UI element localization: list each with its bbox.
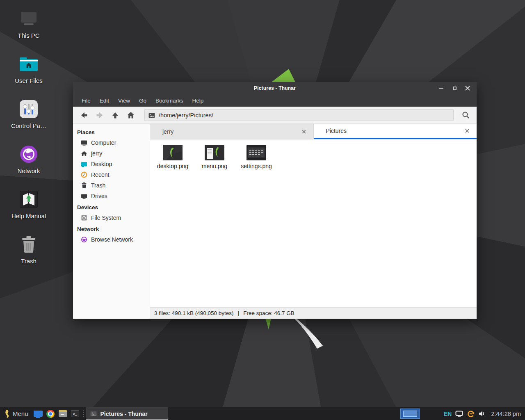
trash-icon — [81, 182, 87, 189]
sidebar-item-desktop[interactable]: Desktop — [73, 159, 150, 169]
file-manager-launcher[interactable] — [57, 407, 69, 420]
keyboard-layout-indicator[interactable]: EN — [444, 411, 452, 417]
up-button[interactable] — [107, 108, 123, 122]
sidebar-heading-network: Network — [73, 223, 150, 234]
show-desktop-icon — [34, 411, 43, 417]
file-name: menu.png — [202, 163, 227, 169]
tab-close-button[interactable] — [299, 127, 308, 136]
back-button[interactable] — [76, 108, 92, 122]
workspace-pager[interactable] — [400, 409, 420, 419]
taskbar-clock[interactable]: 2:44:28 pm — [491, 411, 521, 417]
search-icon — [461, 111, 470, 119]
sidebar-item-browse-network[interactable]: Browse Network — [73, 234, 150, 245]
menu-edit[interactable]: Edit — [95, 96, 114, 106]
window-title: Pictures - Thunar — [73, 85, 477, 91]
close-button[interactable] — [461, 82, 474, 94]
file-name: settings.png — [241, 163, 272, 169]
desktop-icon-network[interactable]: Network — [3, 144, 54, 185]
menu-file[interactable]: File — [77, 96, 95, 106]
active-workspace — [403, 411, 417, 417]
task-button-thunar[interactable]: Pictures - Thunar — [86, 407, 168, 420]
desktop-screen: This PC User Files — [0, 0, 525, 420]
desktop-icon-trash[interactable]: Trash — [3, 235, 54, 276]
search-button[interactable] — [458, 108, 473, 122]
start-menu-button[interactable]: Menu — [0, 407, 32, 420]
sidebar-item-drives[interactable]: Drives — [73, 191, 150, 201]
forward-button[interactable] — [92, 108, 107, 122]
volume-icon[interactable] — [479, 411, 486, 417]
desktop-icon-label: Control Pa… — [11, 122, 46, 129]
desktop-icon-help-manual[interactable]: Help Manual — [3, 189, 54, 231]
clock-icon — [81, 171, 87, 178]
sidebar-item-jerry[interactable]: jerry — [73, 148, 150, 159]
taskbar-grip-handle[interactable] — [83, 410, 84, 418]
file-settings-png[interactable]: settings.png — [236, 144, 276, 169]
sidebar-item-file-system[interactable]: File System — [73, 212, 150, 223]
desktop-icon-label: Help Manual — [11, 212, 46, 219]
network-globe-icon — [20, 144, 38, 164]
sidebar-item-recent[interactable]: Recent — [73, 169, 150, 180]
sidebar-item-label: File System — [91, 215, 121, 221]
sidebar-heading-places: Places — [73, 126, 150, 137]
tab-jerry[interactable]: jerry — [150, 124, 314, 139]
file-desktop-png[interactable]: desktop.png — [153, 144, 193, 169]
menu-logo-icon — [3, 409, 10, 418]
menu-help[interactable]: Help — [188, 96, 208, 106]
tab-close-button[interactable] — [463, 126, 472, 135]
desktop-icon-user-files[interactable]: User Files — [3, 54, 54, 95]
computer-icon — [19, 9, 39, 29]
maximize-button[interactable] — [448, 82, 461, 94]
taskbar: Menu >_ Pictures - Thunar EN — [0, 407, 525, 420]
sidebar-item-computer[interactable]: Computer — [73, 137, 150, 148]
terminal-launcher[interactable]: >_ — [69, 407, 81, 420]
desktop-icon-label: User Files — [15, 77, 43, 84]
chrome-icon — [46, 410, 55, 418]
sidebar-item-label: Trash — [91, 182, 105, 189]
drive-icon — [81, 193, 87, 199]
sidebar-item-trash[interactable]: Trash — [73, 180, 150, 191]
sidebar-item-label: Computer — [91, 139, 116, 146]
desktop-icon-label: Network — [17, 167, 40, 174]
display-tray-icon[interactable] — [455, 411, 463, 417]
task-button-label: Pictures - Thunar — [100, 411, 148, 417]
up-arrow-icon — [111, 111, 119, 119]
file-list-view[interactable]: desktop.png — [150, 139, 477, 307]
status-free-space: Free space: 46.7 GB — [243, 310, 294, 316]
back-arrow-icon — [80, 111, 88, 119]
desktop-icon-control-panel[interactable]: Control Pa… — [3, 99, 54, 140]
forward-arrow-icon — [96, 111, 104, 119]
menu-go[interactable]: Go — [135, 96, 151, 106]
image-thumbnail — [205, 144, 224, 161]
close-icon — [465, 128, 470, 133]
tab-pictures[interactable]: Pictures — [314, 124, 477, 139]
desktop-icon-label: Trash — [21, 258, 37, 265]
sidebar-item-label: jerry — [91, 150, 102, 157]
home-folder-icon — [19, 54, 39, 74]
tab-bar: jerry Pictures — [150, 124, 477, 139]
file-cabinet-icon — [59, 410, 67, 417]
terminal-icon: >_ — [71, 410, 79, 417]
window-titlebar[interactable]: Pictures - Thunar — [73, 82, 477, 94]
desktop-icon-this-pc[interactable]: This PC — [3, 9, 54, 50]
home-button[interactable] — [123, 108, 139, 122]
globe-icon — [81, 236, 87, 243]
minimize-button[interactable] — [435, 82, 448, 94]
browser-launcher[interactable] — [44, 407, 57, 420]
close-icon — [465, 86, 470, 91]
image-thumbnail — [247, 144, 266, 161]
menu-bookmarks[interactable]: Bookmarks — [151, 96, 188, 106]
menubar: File Edit View Go Bookmarks Help — [73, 94, 477, 107]
menu-label: Menu — [13, 410, 28, 417]
trash-icon — [20, 235, 38, 254]
path-field[interactable]: /home/jerry/Pictures/ — [144, 109, 454, 121]
sidebar: Places Computer jerry Desktop Recent — [73, 124, 150, 319]
show-desktop-button[interactable] — [32, 407, 44, 420]
desktop-icon-label: This PC — [18, 32, 39, 39]
menu-view[interactable]: View — [114, 96, 135, 106]
thunar-window: Pictures - Thunar File Edit View Go Book… — [73, 82, 477, 319]
software-update-icon[interactable] — [467, 410, 475, 418]
sidebar-heading-devices: Devices — [73, 201, 150, 212]
status-files-info: 3 files: 490.1 kB (490,050 bytes) — [154, 310, 234, 316]
status-separator: | — [238, 310, 240, 316]
file-menu-png[interactable]: menu.png — [194, 144, 235, 169]
